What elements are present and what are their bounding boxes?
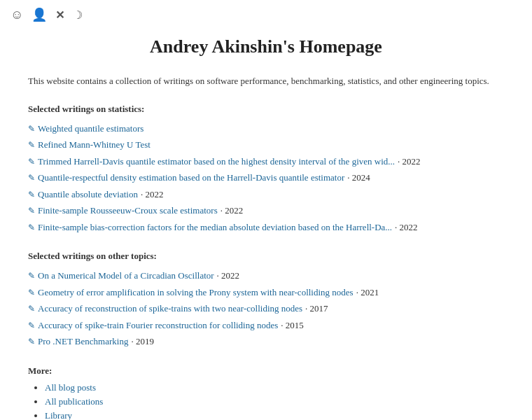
moon-icon[interactable]: ☽ — [73, 8, 83, 22]
article-link[interactable]: Quantile absolute deviation — [38, 188, 138, 202]
edit-icon: ✎ — [28, 122, 35, 135]
blog-posts-link[interactable]: All blog posts — [45, 382, 96, 393]
article-link[interactable]: Geometry of error amplification in solvi… — [38, 286, 354, 300]
article-link[interactable]: Trimmed Harrell-Davis quantile estimator… — [38, 155, 395, 169]
list-item: ✎ Quantile-respectful density estimation… — [28, 171, 504, 185]
list-item: ✎ Accuracy of spike-train Fourier recons… — [28, 318, 504, 332]
year-label: · 2022 — [141, 188, 164, 202]
edit-icon: ✎ — [28, 172, 35, 184]
year-label: · 2022 — [395, 220, 418, 234]
edit-icon: ✎ — [28, 204, 35, 217]
year-label: · 2022 — [398, 155, 421, 169]
list-item: ✎ Finite-sample Rousseeuw-Croux scale es… — [28, 204, 504, 218]
year-label: · 2022 — [217, 269, 240, 283]
edit-icon: ✎ — [28, 270, 35, 282]
edit-icon: ✎ — [28, 335, 35, 348]
list-item: ✎ On a Numerical Model of a Circadian Os… — [28, 269, 504, 283]
list-item: ✎ Finite-sample bias-correction factors … — [28, 220, 504, 234]
publications-link[interactable]: All publications — [45, 396, 103, 407]
list-item: ✎ Accuracy of reconstruction of spike-tr… — [28, 302, 504, 316]
edit-icon: ✎ — [28, 319, 35, 332]
list-item: Library — [45, 410, 504, 421]
article-link[interactable]: Weighted quantile estimators — [38, 122, 144, 136]
article-link[interactable]: Finite-sample bias-correction factors fo… — [38, 220, 392, 234]
year-label: · 2022 — [220, 204, 244, 218]
top-navigation: ☺ 👤 ✕ ☽ — [0, 0, 532, 29]
edit-icon: ✎ — [28, 221, 35, 234]
article-link[interactable]: Accuracy of reconstruction of spike-trai… — [38, 302, 302, 316]
edit-icon: ✎ — [28, 302, 35, 315]
close-icon[interactable]: ✕ — [55, 8, 64, 22]
list-item: ✎ Refined Mann-Whitney U Test — [28, 138, 504, 152]
year-label: · 2021 — [356, 286, 379, 300]
person-icon[interactable]: 👤 — [31, 7, 47, 22]
year-label: · 2024 — [347, 171, 370, 185]
list-item: ✎ Weighted quantile estimators — [28, 122, 504, 136]
article-link[interactable]: Quantile-respectful density estimation b… — [38, 171, 344, 185]
list-item: ✎ Quantile absolute deviation · 2022 — [28, 188, 504, 202]
edit-icon: ✎ — [28, 286, 35, 299]
more-list: All blog posts All publications Library — [28, 382, 504, 421]
edit-icon: ✎ — [28, 188, 35, 201]
more-section-title: More: — [28, 365, 504, 377]
year-label: · 2015 — [281, 318, 304, 332]
article-link[interactable]: Refined Mann-Whitney U Test — [38, 138, 150, 152]
edit-icon: ✎ — [28, 139, 35, 151]
edit-icon: ✎ — [28, 155, 35, 168]
main-content: Andrey Akinshin's Homepage This website … — [14, 29, 518, 420]
list-item: ✎ Geometry of error amplification in sol… — [28, 286, 504, 300]
list-item: All blog posts — [45, 382, 504, 393]
article-link[interactable]: On a Numerical Model of a Circadian Osci… — [38, 269, 214, 283]
other-section-title: Selected writings on other topics: — [28, 251, 504, 262]
year-label: · 2019 — [131, 335, 154, 349]
statistics-section: Selected writings on statistics: ✎ Weigh… — [28, 104, 504, 234]
statistics-section-title: Selected writings on statistics: — [28, 104, 504, 115]
more-section: More: All blog posts All publications Li… — [28, 365, 504, 421]
article-link[interactable]: Accuracy of spike-train Fourier reconstr… — [38, 318, 278, 332]
article-link[interactable]: Pro .NET Benchmarking — [38, 335, 128, 349]
other-section: Selected writings on other topics: ✎ On … — [28, 251, 504, 349]
year-label: · 2017 — [305, 302, 328, 316]
list-item: ✎ Trimmed Harrell-Davis quantile estimat… — [28, 155, 504, 169]
library-link[interactable]: Library — [45, 410, 72, 421]
site-description: This website contains a collection of wr… — [28, 74, 504, 88]
page-title: Andrey Akinshin's Homepage — [28, 36, 504, 57]
emoji-icon[interactable]: ☺ — [10, 8, 23, 22]
list-item: All publications — [45, 396, 504, 407]
article-link[interactable]: Finite-sample Rousseeuw-Croux scale esti… — [38, 204, 218, 218]
list-item: ✎ Pro .NET Benchmarking · 2019 — [28, 335, 504, 349]
